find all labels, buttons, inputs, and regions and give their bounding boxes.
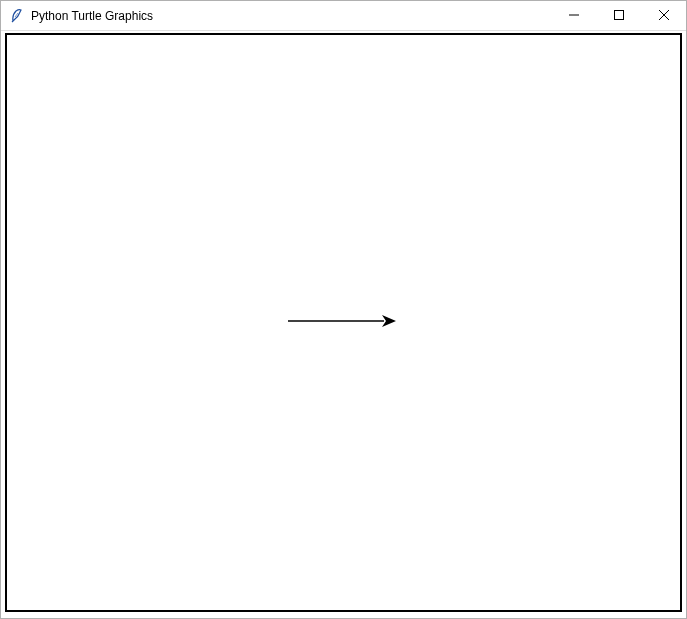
turtle-canvas: [5, 33, 682, 612]
window-controls: [551, 1, 686, 30]
svg-rect-2: [614, 11, 623, 20]
minimize-icon: [569, 8, 579, 23]
window-title: Python Turtle Graphics: [31, 9, 551, 23]
maximize-icon: [614, 8, 624, 23]
maximize-button[interactable]: [596, 1, 641, 30]
turtle-cursor-arrow-icon: [382, 315, 396, 327]
minimize-button[interactable]: [551, 1, 596, 30]
feather-icon: [9, 8, 25, 24]
titlebar[interactable]: Python Turtle Graphics: [1, 1, 686, 31]
turtle-drawing: [284, 311, 404, 335]
close-button[interactable]: [641, 1, 686, 30]
close-icon: [659, 8, 669, 23]
application-window: Python Turtle Graphics: [0, 0, 687, 619]
